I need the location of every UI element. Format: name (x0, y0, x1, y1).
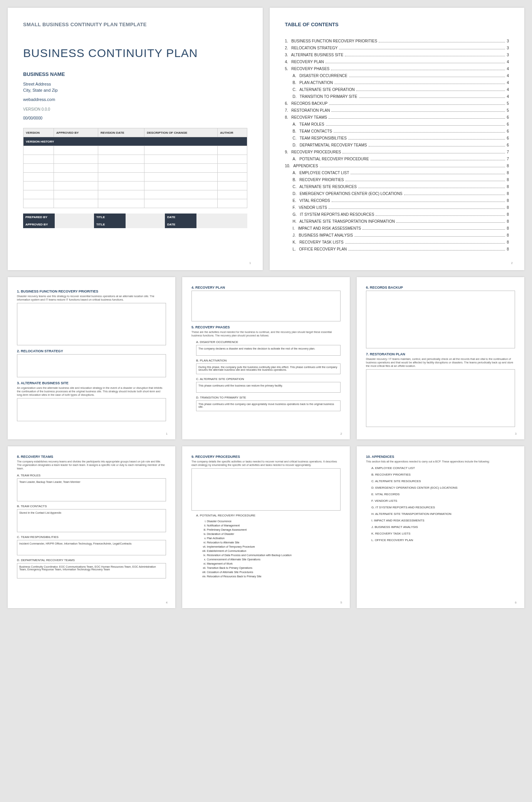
page-number: 2 (511, 261, 513, 265)
heading-recteams: 8. RECOVERY TEAMS (17, 455, 166, 459)
list-item: A. EMPLOYEE CONTACT LIST (371, 466, 515, 470)
signoff-table: PREPARED BY TITLE DATE APPROVED BY TITLE… (23, 214, 247, 228)
list-item: E. VITAL RECORDS (371, 493, 515, 496)
box-disaster: The company declares a disaster and make… (196, 345, 341, 356)
page-number: 3 (515, 432, 517, 435)
toc-entry: A. EMPLOYEE CONTACT LIST8 (285, 170, 509, 176)
page-number: 5 (341, 601, 342, 604)
box-records (366, 291, 515, 348)
box-bfrp (17, 303, 166, 345)
page-4: 4. RECOVERY PLAN 5. RECOVERY PHASES Thes… (182, 277, 350, 439)
list-item: Implementation of Temporary Procedure (207, 545, 341, 548)
list-item: Preliminary Damage Assessment (207, 528, 341, 531)
table-row (23, 155, 247, 164)
page-8: 10. APPENDICES This section lists all th… (357, 446, 524, 608)
title-slot-2 (126, 221, 165, 228)
list-item: Notification of Management (207, 524, 341, 527)
list-item: Relocation of Resources Back to Primary … (207, 575, 341, 578)
list-item: Establishment of Communication (207, 550, 341, 552)
page-cover: SMALL BUSINESS CONTINUITY PLAN TEMPLATE … (8, 8, 263, 270)
toc-entry: A. DISASTER OCCURRENCE4 (285, 73, 509, 79)
date-slot-2 (196, 221, 247, 228)
toc-entry: 3. ALTERNATE BUSINESS SITE3 (285, 52, 509, 58)
toc-entry: E. VITAL RECORDS8 (285, 198, 509, 203)
toc-entry: G. IT SYSTEM REPORTS AND RESOURCES8 (285, 212, 509, 217)
sub-disaster: A. DISASTER OCCURRENCE (196, 340, 341, 344)
box-roles: Team Leader, Backup Team Leader, Team Me… (17, 478, 166, 501)
sub-altop: C. ALTERNATE SITE OPERATION (196, 377, 341, 381)
page-number: 2 (341, 432, 342, 435)
heading-records: 6. RECORDS BACKUP (366, 286, 515, 289)
toc-entry: 10. APPENDICES8 (285, 163, 509, 169)
list-item: C. ALTERNATE SITE RESOURCES (371, 479, 515, 483)
list-item: H. ALTERNATE SITE TRANSPORTATION INFORMA… (371, 512, 515, 516)
table-row (23, 173, 247, 182)
toc-entry: D. EMERGENCY OPERATIONS CENTER (EOC) LOC… (285, 191, 509, 197)
city-state-zip: City, State and Zip (23, 88, 247, 92)
doc-title: BUSINESS CONTINUITY PLAN (23, 47, 247, 60)
title-slot (126, 214, 165, 221)
table-row (23, 164, 247, 173)
list-item: Management of Work (207, 562, 341, 565)
sub-dept: D. DEPARTMENTAL RECOVERY TEAMS (17, 558, 166, 562)
list-item: Restoration of Data Process and Communic… (207, 554, 341, 557)
version-history-header: VERSION HISTORY (23, 137, 247, 146)
prepared-by-label: PREPARED BY (23, 214, 55, 221)
page-7: 9. RECOVERY PROCEDURES The company detai… (182, 446, 350, 608)
desc-recproc: The company details the specific activit… (191, 460, 341, 467)
table-row (23, 190, 247, 199)
toc-entry: C. TEAM RESPONSIBILITIES6 (285, 135, 509, 141)
box-recplan (191, 291, 341, 321)
page-number: 1 (166, 432, 168, 435)
list-item: Declaration of Disaster (207, 533, 341, 535)
template-name: SMALL BUSINESS CONTINUITY PLAN TEMPLATE (23, 22, 247, 27)
toc-entry: D. TRANSITION TO PRIMARY SITE4 (285, 94, 509, 99)
page-number: 4 (166, 601, 168, 604)
toc-entry: 6. RECORDS BACKUP5 (285, 101, 509, 106)
desc-restore: Disaster recovery / IT teams maintain, c… (366, 357, 515, 368)
prepared-by-slot (55, 214, 94, 221)
desc-bfrp: Disaster recovery teams use this strateg… (17, 294, 166, 301)
toc-entry: A. POTENTIAL RECOVERY PROCEDURE7 (285, 156, 509, 162)
page-3: 1. BUSINESS FUNCTION RECOVERY PRIORITIES… (8, 277, 175, 439)
sub-contacts: B. TEAM CONTACTS (17, 504, 166, 508)
toc-entry: I. IMPACT AND RISK ASSESSMENTS8 (285, 225, 509, 231)
sub-transition: D. TRANSITION TO PRIMARY SITE (196, 396, 341, 399)
toc-entry: H. ALTERNATE SITE TRANSPORTATION INFORMA… (285, 219, 509, 224)
box-altsite (17, 398, 166, 421)
page-toc: TABLE OF CONTENTS 1. BUSINESS FUNCTION R… (270, 8, 525, 270)
sub-planact: B. PLAN ACTIVATION (196, 359, 341, 362)
desc-recphases: These are the activities most needed for… (191, 330, 341, 337)
sub-roles: A. TEAM ROLES (17, 474, 166, 477)
toc-entry: B. RECOVERY PRIORITIES8 (285, 177, 509, 183)
list-item: L. OFFICE RECOVERY PLAN (371, 538, 515, 542)
page-5: 6. RECORDS BACKUP 7. RESTORATION PLAN Di… (357, 277, 524, 439)
col-author: AUTHOR (218, 128, 247, 137)
title-label: TITLE (94, 214, 126, 221)
procedure-steps: Disaster OccurrenceNotification of Manag… (191, 520, 341, 578)
toc-entry: 5. RECOVERY PHASES4 (285, 66, 509, 72)
list-item: J. BUSINESS IMPACT ANALYSIS (371, 525, 515, 529)
box-reloc (17, 354, 166, 377)
page-number: 6 (515, 601, 517, 604)
heading-recproc: 9. RECOVERY PROCEDURES (191, 455, 341, 459)
box-resp: Incident Commander, HR/PR Officer, Infor… (17, 540, 166, 555)
list-item: Cessation of Alternate Site Procedures (207, 571, 341, 573)
list-item: G. IT SYSTEM REPORTS AND RESOURCES (371, 506, 515, 509)
toc-entry: 8. RECOVERY TEAMS6 (285, 114, 509, 120)
doc-date: 00/00/0000 (23, 116, 247, 120)
col-approved: APPROVED BY (54, 128, 98, 137)
toc-entry: B. TEAM CONTACTS6 (285, 128, 509, 134)
toc-entry: C. ALTERNATE SITE RESOURCES8 (285, 184, 509, 190)
desc-altsite: An organization uses the alternate busin… (17, 386, 166, 397)
toc-entry: J. BUSINESS IMPACT ANALYSIS8 (285, 232, 509, 238)
toc-entry: K. RECOVERY TASK LISTS8 (285, 239, 509, 245)
toc-entry: 7. RESTORATION PLAN5 (285, 108, 509, 113)
appendix-list: A. EMPLOYEE CONTACT LISTB. RECOVERY PRIO… (366, 466, 515, 542)
list-item: Relocation to Alternate Site (207, 541, 341, 544)
heading-recphases: 5. RECOVERY PHASES (191, 325, 341, 329)
box-transition: This phase continues until the company c… (196, 400, 341, 411)
toc-entry: C. ALTERNATE SITE OPERATION4 (285, 87, 509, 92)
toc-entry: F. VENDOR LISTS8 (285, 205, 509, 210)
list-item: Plan Activation (207, 537, 341, 540)
